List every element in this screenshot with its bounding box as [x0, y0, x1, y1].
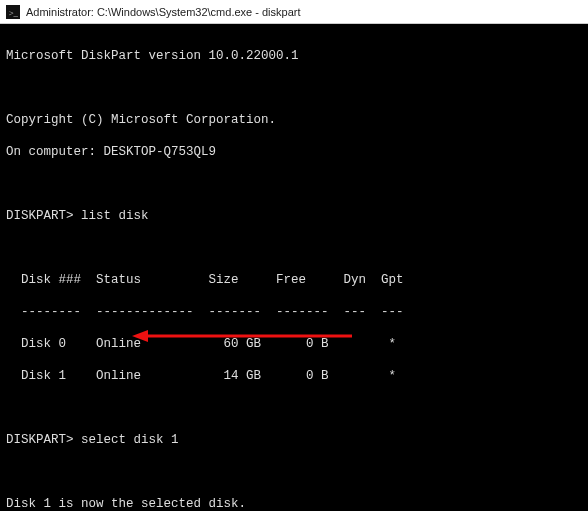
blank — [6, 464, 582, 480]
disk-table-divider: -------- ------------- ------- ------- -… — [6, 304, 582, 320]
prompt: DISKPART> — [6, 433, 74, 447]
cmd-window: >_ Administrator: C:\Windows\System32\cm… — [0, 0, 588, 511]
cmd-list-disk: DISKPART> list disk — [6, 208, 582, 224]
disk-table-header: Disk ### Status Size Free Dyn Gpt — [6, 272, 582, 288]
blank — [6, 240, 582, 256]
svg-text:>_: >_ — [9, 7, 19, 17]
cmd-text: select disk 1 — [81, 433, 179, 447]
blank — [6, 176, 582, 192]
window-title: Administrator: C:\Windows\System32\cmd.e… — [26, 6, 300, 18]
cmd-icon: >_ — [6, 5, 20, 19]
terminal-output[interactable]: Microsoft DiskPart version 10.0.22000.1 … — [0, 24, 588, 511]
select-result: Disk 1 is now the selected disk. — [6, 496, 582, 511]
disk-row-0: Disk 0 Online 60 GB 0 B * — [6, 336, 582, 352]
blank — [6, 400, 582, 416]
copyright: Copyright (C) Microsoft Corporation. — [6, 112, 582, 128]
on-computer: On computer: DESKTOP-Q753QL9 — [6, 144, 582, 160]
blank — [6, 80, 582, 96]
cmd-select-disk: DISKPART> select disk 1 — [6, 432, 582, 448]
diskpart-version: Microsoft DiskPart version 10.0.22000.1 — [6, 48, 582, 64]
titlebar: >_ Administrator: C:\Windows\System32\cm… — [0, 0, 588, 24]
cmd-text: list disk — [81, 209, 149, 223]
disk-row-1: Disk 1 Online 14 GB 0 B * — [6, 368, 582, 384]
prompt: DISKPART> — [6, 209, 74, 223]
